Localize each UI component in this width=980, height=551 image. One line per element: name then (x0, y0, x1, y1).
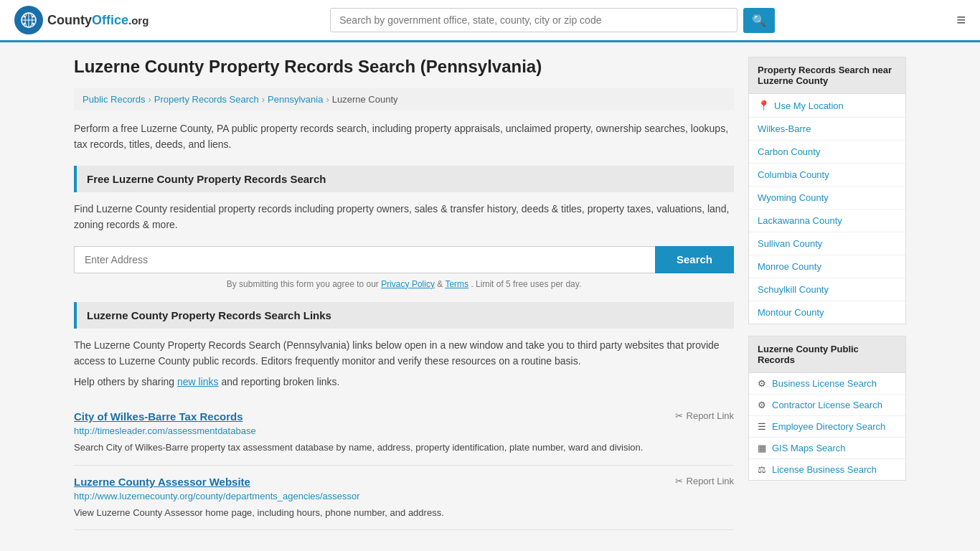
license-business-link[interactable]: License Business Search (772, 464, 877, 475)
svg-point-8 (32, 23, 34, 25)
public-records-section: Luzerne County Public Records ⚙ Business… (748, 336, 906, 481)
page-description: Perform a free Luzerne County, PA public… (74, 121, 734, 153)
monroe-county-link[interactable]: Monroe County (758, 261, 821, 272)
address-search-form: Search (74, 246, 734, 273)
terms-link[interactable]: Terms (445, 279, 468, 289)
gis-maps-item[interactable]: ▦ GIS Maps Search (749, 438, 905, 459)
svg-point-6 (32, 16, 34, 18)
header: CountyOffice.org 🔍 ≡ (0, 0, 980, 42)
license-business-item[interactable]: ⚖ License Business Search (749, 459, 905, 480)
record-url[interactable]: http://timesleader.com/assessmentdatabas… (74, 425, 734, 436)
map-icon: ▦ (758, 443, 766, 453)
breadcrumb-current: Luzerne County (332, 94, 398, 105)
public-records-section-header: Luzerne County Public Records (749, 336, 905, 373)
record-title: City of Wilkes-Barre Tax Records (74, 410, 243, 423)
sidebar: Property Records Search near Luzerne Cou… (748, 57, 906, 530)
record-item: City of Wilkes-Barre Tax Records ✂ Repor… (74, 400, 734, 466)
global-search-area: 🔍 (330, 8, 775, 33)
nearby-montour-county[interactable]: Montour County (749, 301, 905, 324)
business-license-item[interactable]: ⚙ Business License Search (749, 373, 905, 395)
breadcrumb: Public Records › Property Records Search… (74, 88, 734, 110)
form-note: By submitting this form you agree to our… (74, 279, 734, 289)
nearby-section-header: Property Records Search near Luzerne Cou… (749, 57, 905, 94)
use-my-location-item[interactable]: 📍 Use My Location (749, 94, 905, 118)
privacy-policy-link[interactable]: Privacy Policy (381, 279, 435, 289)
nearby-wyoming-county[interactable]: Wyoming County (749, 187, 905, 209)
directory-icon: ☰ (758, 421, 766, 432)
breadcrumb-public-records[interactable]: Public Records (83, 94, 145, 105)
breadcrumb-property-records[interactable]: Property Records Search (154, 94, 259, 105)
record-title-link[interactable]: Luzerne County Assessor Website (74, 476, 250, 488)
links-description: The Luzerne County Property Records Sear… (74, 337, 734, 369)
gear-icon: ⚙ (758, 378, 766, 389)
record-title: Luzerne County Assessor Website (74, 476, 250, 488)
free-search-heading: Free Luzerne County Property Records Sea… (74, 166, 734, 192)
nearby-lackawanna-county[interactable]: Lackawanna County (749, 209, 905, 232)
breadcrumb-pennsylvania[interactable]: Pennsylvania (268, 94, 323, 105)
address-search-input[interactable] (74, 246, 655, 273)
lackawanna-county-link[interactable]: Lackawanna County (758, 215, 842, 226)
wrench-icon: ✂ (675, 410, 683, 421)
gis-maps-link[interactable]: GIS Maps Search (772, 443, 846, 453)
nearby-monroe-county[interactable]: Monroe County (749, 255, 905, 278)
record-item-header: Luzerne County Assessor Website ✂ Report… (74, 476, 734, 488)
employee-directory-item[interactable]: ☰ Employee Directory Search (749, 416, 905, 438)
carbon-county-link[interactable]: Carbon County (758, 146, 820, 157)
share-links-text: Help others by sharing new links and rep… (74, 376, 734, 387)
search-icon: 🔍 (752, 14, 766, 27)
menu-button[interactable]: ≡ (956, 11, 966, 29)
record-item-header: City of Wilkes-Barre Tax Records ✂ Repor… (74, 410, 734, 423)
report-link-button[interactable]: ✂ Report Link (675, 410, 734, 421)
record-description: View Luzerne County Assessor home page, … (74, 506, 734, 520)
sullivan-county-link[interactable]: Sullivan County (758, 238, 822, 249)
global-search-input[interactable] (330, 8, 738, 32)
wyoming-county-link[interactable]: Wyoming County (758, 192, 829, 203)
location-icon: 📍 (758, 100, 770, 111)
nearby-columbia-county[interactable]: Columbia County (749, 164, 905, 187)
record-item: Luzerne County Assessor Website ✂ Report… (74, 466, 734, 531)
nearby-wilkes-barre[interactable]: Wilkes-Barre (749, 118, 905, 141)
logo-text: CountyOffice.org (47, 13, 149, 28)
employee-directory-link[interactable]: Employee Directory Search (772, 421, 885, 432)
page-container: Luzerne County Property Records Search (… (60, 42, 920, 545)
links-section-heading: Luzerne County Property Records Search L… (74, 302, 734, 329)
contractor-license-item[interactable]: ⚙ Contractor License Search (749, 395, 905, 416)
logo-icon (14, 6, 43, 34)
contractor-license-link[interactable]: Contractor License Search (772, 400, 882, 410)
record-description: Search City of Wilkes-Barre property tax… (74, 441, 734, 455)
record-url[interactable]: http://www.luzernecounty.org/county/depa… (74, 491, 734, 501)
nearby-sullivan-county[interactable]: Sullivan County (749, 232, 905, 255)
global-search-button[interactable]: 🔍 (743, 8, 775, 33)
gear-icon-2: ⚙ (758, 400, 766, 410)
nearby-carbon-county[interactable]: Carbon County (749, 141, 905, 164)
nearby-schuylkill-county[interactable]: Schuylkill County (749, 278, 905, 301)
new-links-link[interactable]: new links (177, 376, 219, 387)
schuylkill-county-link[interactable]: Schuylkill County (758, 284, 829, 295)
address-search-button[interactable]: Search (655, 246, 734, 273)
montour-county-link[interactable]: Montour County (758, 307, 824, 318)
svg-point-5 (24, 16, 26, 18)
logo: CountyOffice.org (14, 6, 149, 34)
svg-point-7 (24, 23, 26, 25)
wrench-icon: ✂ (675, 476, 683, 486)
page-title: Luzerne County Property Records Search (… (74, 57, 734, 77)
free-search-description: Find Luzerne County residential property… (74, 201, 734, 233)
license-icon: ⚖ (758, 464, 766, 475)
business-license-link[interactable]: Business License Search (772, 378, 877, 389)
record-title-link[interactable]: City of Wilkes-Barre Tax Records (74, 410, 243, 423)
columbia-county-link[interactable]: Columbia County (758, 169, 829, 180)
use-my-location-link[interactable]: Use My Location (774, 100, 844, 111)
main-content: Luzerne County Property Records Search (… (74, 57, 734, 530)
wilkes-barre-link[interactable]: Wilkes-Barre (758, 123, 811, 134)
nearby-section: Property Records Search near Luzerne Cou… (748, 57, 906, 324)
report-link-button[interactable]: ✂ Report Link (675, 476, 734, 486)
